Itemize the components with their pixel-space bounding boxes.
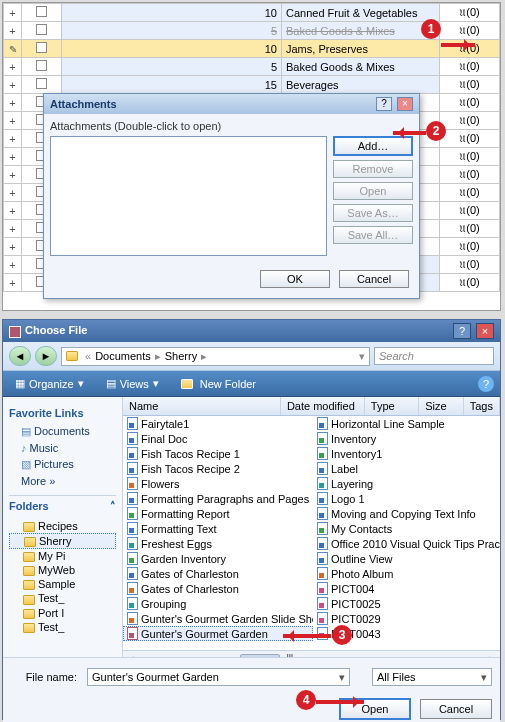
attachment-cell[interactable]: 𝔘(0) — [440, 274, 500, 292]
expand-icon[interactable]: + — [4, 202, 22, 220]
sidebar-item-more[interactable]: More » — [9, 473, 116, 489]
expand-icon[interactable]: + — [4, 22, 22, 40]
close-icon[interactable]: × — [397, 97, 413, 111]
file-item[interactable]: Flowers — [123, 476, 313, 491]
folder-tree-item[interactable]: Test_ — [9, 620, 116, 634]
folder-tree-item[interactable]: Recipes — [9, 519, 116, 533]
checkbox-cell[interactable] — [22, 40, 62, 58]
file-item[interactable]: PICT004 — [313, 581, 500, 596]
file-item[interactable]: My Contacts — [313, 521, 500, 536]
expand-icon[interactable]: + — [4, 184, 22, 202]
file-item[interactable]: Formatting Text — [123, 521, 313, 536]
scroll-thumb[interactable] — [240, 654, 280, 658]
file-item[interactable]: Layering — [313, 476, 500, 491]
name-cell[interactable]: Beverages — [282, 76, 440, 94]
attachment-cell[interactable]: 𝔘(0) — [440, 58, 500, 76]
folder-tree-item[interactable]: Sample — [9, 577, 116, 591]
file-item[interactable]: Fish Tacos Recipe 1 — [123, 446, 313, 461]
col-tags[interactable]: Tags — [464, 397, 500, 415]
qty-cell[interactable]: 15 — [62, 76, 282, 94]
file-item[interactable]: Formatting Report — [123, 506, 313, 521]
checkbox-cell[interactable] — [22, 76, 62, 94]
filename-input[interactable]: Gunter's Gourmet Garden — [87, 668, 350, 686]
open-button[interactable]: Open — [333, 182, 413, 200]
col-name[interactable]: Name — [123, 397, 281, 415]
qty-cell[interactable]: 10 — [62, 40, 282, 58]
sidebar-item-pictures[interactable]: ▧ Pictures — [9, 456, 116, 473]
folder-tree-item[interactable]: Port I — [9, 606, 116, 620]
file-item[interactable]: Grouping — [123, 596, 313, 611]
nav-back-icon[interactable]: ◄ — [9, 346, 31, 366]
newfolder-button[interactable]: New Folder — [175, 376, 262, 392]
attachment-cell[interactable]: 𝔘(0) — [440, 148, 500, 166]
name-cell[interactable]: Baked Goods & Mixes — [282, 58, 440, 76]
saveas-button[interactable]: Save As… — [333, 204, 413, 222]
expand-icon[interactable]: + — [4, 112, 22, 130]
expand-icon[interactable]: + — [4, 256, 22, 274]
name-cell[interactable]: Jams, Preserves — [282, 40, 440, 58]
expand-icon[interactable]: + — [4, 220, 22, 238]
file-item[interactable]: Garden Inventory — [123, 551, 313, 566]
crumb-sherry[interactable]: Sherry — [165, 350, 197, 362]
file-list-header[interactable]: Name Date modified Type Size Tags — [123, 397, 500, 416]
sidebar-item-documents[interactable]: ▤ Documents — [9, 423, 116, 440]
choose-file-titlebar[interactable]: Choose File ? × — [3, 320, 500, 342]
qty-cell[interactable]: 5 — [62, 58, 282, 76]
expand-icon[interactable]: + — [4, 76, 22, 94]
file-item[interactable]: Photo Album — [313, 566, 500, 581]
expand-icon[interactable]: + — [4, 148, 22, 166]
attachment-cell[interactable]: 𝔘(0) — [440, 94, 500, 112]
file-item[interactable]: Horizontal Line Sample — [313, 416, 500, 431]
file-item[interactable]: Inventory — [313, 431, 500, 446]
file-item[interactable]: PICT0029 — [313, 611, 500, 626]
folder-tree-item[interactable]: Sherry — [9, 533, 116, 549]
folder-tree-item[interactable]: Test_ — [9, 591, 116, 605]
file-item[interactable]: Fish Tacos Recipe 2 — [123, 461, 313, 476]
checkbox-cell[interactable] — [22, 22, 62, 40]
qty-cell[interactable]: 10 — [62, 4, 282, 22]
help-icon[interactable]: ? — [453, 323, 471, 339]
attachment-cell[interactable]: 𝔘(0) — [440, 256, 500, 274]
cancel-button[interactable]: Cancel — [339, 270, 409, 288]
name-cell[interactable]: Canned Fruit & Vegetables — [282, 4, 440, 22]
attachment-cell[interactable]: 𝔘(0) — [440, 22, 500, 40]
col-size[interactable]: Size — [419, 397, 464, 415]
file-item[interactable]: Inventory1 — [313, 446, 500, 461]
nav-fwd-icon[interactable]: ► — [35, 346, 57, 366]
crumb-documents[interactable]: Documents — [95, 350, 151, 362]
remove-button[interactable]: Remove — [333, 160, 413, 178]
file-item[interactable]: Outline View — [313, 551, 500, 566]
search-input[interactable]: Search — [374, 347, 494, 365]
filetype-select[interactable]: All Files — [372, 668, 492, 686]
attachment-cell[interactable]: 𝔘(0) — [440, 166, 500, 184]
attachments-listbox[interactable] — [50, 136, 327, 256]
horizontal-scrollbar[interactable]: ◄ Ⅲ ► — [123, 650, 500, 657]
attachment-cell[interactable]: 𝔘(0) — [440, 112, 500, 130]
help-icon[interactable]: ? — [376, 97, 392, 111]
saveall-button[interactable]: Save All… — [333, 226, 413, 244]
col-date[interactable]: Date modified — [281, 397, 365, 415]
expand-icon[interactable]: + — [4, 4, 22, 22]
file-item[interactable]: Freshest Eggs — [123, 536, 313, 551]
file-item[interactable]: Formatting Paragraphs and Pages — [123, 491, 313, 506]
ok-button[interactable]: OK — [260, 270, 330, 288]
expand-icon[interactable]: + — [4, 274, 22, 292]
dialog-titlebar[interactable]: Attachments ? × — [44, 94, 419, 114]
file-item[interactable]: Logo 1 — [313, 491, 500, 506]
cancel-button[interactable]: Cancel — [420, 699, 492, 719]
file-item[interactable]: Gates of Charleston — [123, 581, 313, 596]
file-item[interactable]: Final Doc — [123, 431, 313, 446]
help-icon[interactable]: ? — [478, 376, 494, 392]
attachment-cell[interactable]: 𝔘(0) — [440, 238, 500, 256]
close-icon[interactable]: × — [476, 323, 494, 339]
col-type[interactable]: Type — [365, 397, 419, 415]
expand-icon[interactable]: + — [4, 166, 22, 184]
folders-label[interactable]: Folders — [9, 500, 49, 513]
expand-icon[interactable]: + — [4, 58, 22, 76]
file-item[interactable]: Gates of Charleston — [123, 566, 313, 581]
chevron-up-icon[interactable]: ˄ — [110, 500, 116, 513]
add-button[interactable]: Add… — [333, 136, 413, 156]
attachment-cell[interactable]: 𝔘(0) — [440, 76, 500, 94]
file-item[interactable]: Moving and Copying Text Info — [313, 506, 500, 521]
file-item[interactable]: Fairytale1 — [123, 416, 313, 431]
